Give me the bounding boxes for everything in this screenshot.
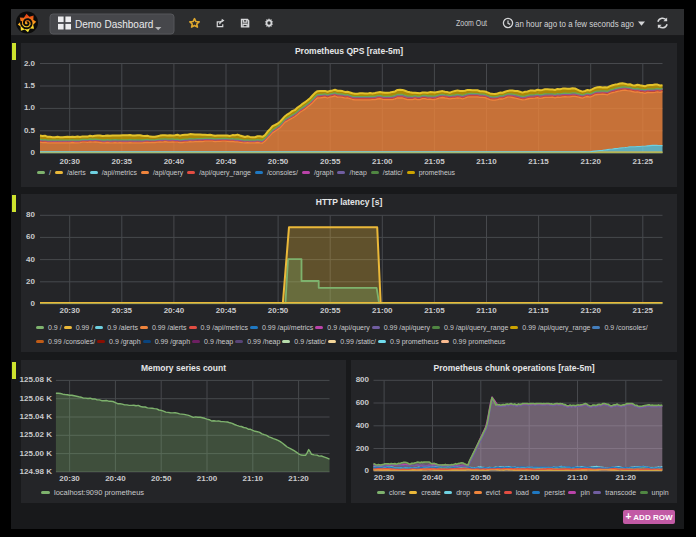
svg-text:Demo Dashboard: Demo Dashboard xyxy=(75,19,153,30)
svg-text:an hour ago to a few seconds a: an hour ago to a few seconds ago xyxy=(515,18,634,29)
svg-text:Zoom Out: Zoom Out xyxy=(456,18,487,28)
